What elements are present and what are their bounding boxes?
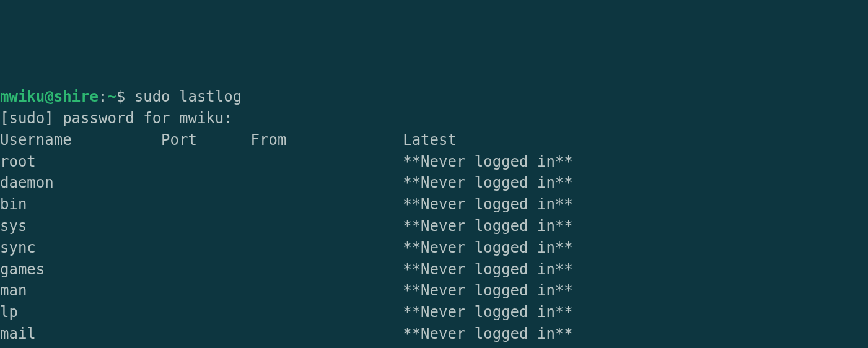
sudo-prompt: [sudo] password for mwiku:	[0, 108, 868, 129]
prompt-path: ~	[107, 88, 116, 105]
cell-latest: **Never logged in**	[403, 172, 573, 194]
prompt-symbol: $	[116, 88, 125, 105]
cell-latest: **Never logged in**	[403, 194, 573, 215]
table-row: bin**Never logged in**	[0, 194, 868, 215]
table-header: UsernamePortFromLatest	[0, 129, 868, 151]
table-row: daemon**Never logged in**	[0, 172, 868, 194]
command-text: sudo lastlog	[134, 88, 242, 105]
cell-latest: **Never logged in**	[403, 215, 573, 237]
table-row: sync**Never logged in**	[0, 237, 868, 259]
cell-latest: **Never logged in**	[403, 237, 573, 259]
table-body: root**Never logged in**daemon**Never log…	[0, 151, 868, 348]
terminal[interactable]: mwiku@shire:~$ sudo lastlog[sudo] passwo…	[0, 86, 868, 348]
prompt-user: mwiku@shire	[0, 88, 99, 105]
table-row: man**Never logged in**	[0, 280, 868, 302]
cell-username: bin	[0, 194, 161, 215]
cell-username: man	[0, 280, 161, 302]
cell-username: daemon	[0, 172, 161, 194]
table-row: games**Never logged in**	[0, 259, 868, 281]
table-row: sys**Never logged in**	[0, 215, 868, 237]
prompt-line: mwiku@shire:~$ sudo lastlog	[0, 86, 868, 108]
header-latest: Latest	[403, 129, 457, 151]
header-username: Username	[0, 129, 161, 151]
cell-latest: **Never logged in**	[403, 323, 573, 345]
table-row: lp**Never logged in**	[0, 302, 868, 323]
header-port: Port	[161, 129, 250, 151]
cell-latest: **Never logged in**	[403, 302, 573, 323]
table-row: news**Never logged in**	[0, 345, 868, 348]
prompt-colon: :	[99, 88, 107, 105]
cell-username: sys	[0, 215, 161, 237]
cell-username: games	[0, 259, 161, 281]
cell-latest: **Never logged in**	[403, 280, 573, 302]
header-from: From	[251, 129, 403, 151]
table-row: root**Never logged in**	[0, 151, 868, 173]
cell-latest: **Never logged in**	[403, 345, 573, 348]
cell-latest: **Never logged in**	[403, 151, 573, 173]
cell-latest: **Never logged in**	[403, 259, 573, 281]
cell-username: mail	[0, 323, 161, 345]
table-row: mail**Never logged in**	[0, 323, 868, 345]
cell-username: root	[0, 151, 161, 173]
cell-username: news	[0, 345, 161, 348]
cell-username: lp	[0, 302, 161, 323]
cell-username: sync	[0, 237, 161, 259]
